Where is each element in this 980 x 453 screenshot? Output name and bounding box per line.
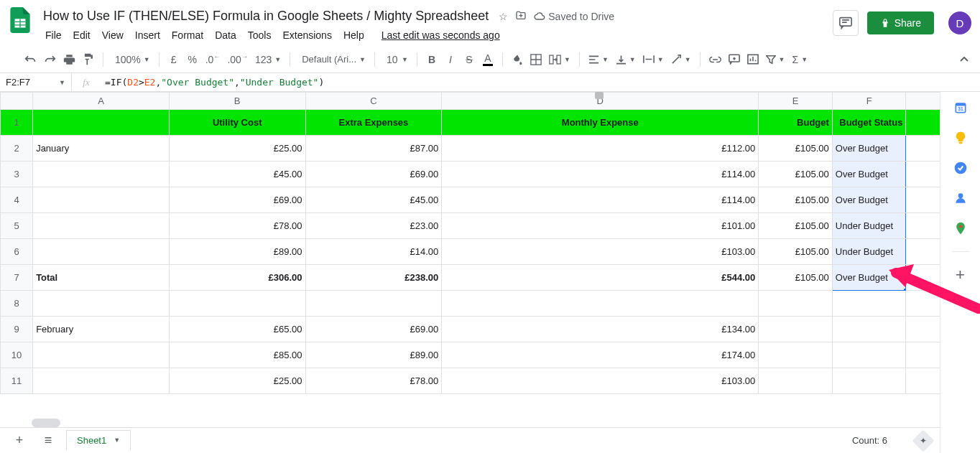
borders-button[interactable]: [527, 50, 545, 69]
row-header[interactable]: 4: [1, 187, 33, 213]
fill-color-button[interactable]: [509, 50, 526, 69]
cell-A9[interactable]: February: [33, 317, 170, 342]
cell-B6[interactable]: £89.00: [169, 239, 305, 265]
cell-E11[interactable]: [759, 368, 833, 394]
cell-E4[interactable]: £105.00: [759, 187, 833, 213]
formula-input[interactable]: =IF(D2>E2, "Over Budget", "Under Budget"…: [101, 73, 980, 91]
cell-B9[interactable]: £65.00: [169, 317, 305, 342]
selection-summary[interactable]: Count: 6▼: [852, 435, 901, 446]
zoom-select[interactable]: 100%▼: [109, 50, 153, 69]
cell-C11[interactable]: £78.00: [305, 368, 442, 394]
cell-C1[interactable]: Extra Expenses: [305, 110, 442, 136]
menu-help[interactable]: Help: [338, 27, 369, 44]
cell-B11[interactable]: £25.00: [169, 368, 305, 394]
italic-button[interactable]: I: [442, 50, 459, 69]
cell-A8[interactable]: [33, 291, 170, 317]
doc-title[interactable]: How to Use IF (THEN/ELSE) Formula in Goo…: [40, 7, 491, 25]
cell-D11[interactable]: £103.00: [442, 368, 759, 394]
keep-icon[interactable]: [953, 131, 968, 145]
cell-B7[interactable]: £306.00: [169, 265, 305, 291]
menu-data[interactable]: Data: [210, 27, 241, 44]
cell-C7[interactable]: £238.00: [305, 265, 442, 291]
add-sheet-button[interactable]: +: [9, 430, 30, 452]
strike-button[interactable]: S: [461, 50, 478, 69]
row-header[interactable]: 11: [1, 368, 33, 394]
menu-edit[interactable]: Edit: [68, 27, 96, 44]
percent-button[interactable]: %: [184, 50, 201, 69]
spreadsheet-grid[interactable]: A B C D E F 1Utility CostExtra ExpensesM…: [0, 92, 980, 431]
cell-B1[interactable]: Utility Cost: [169, 110, 305, 136]
cell-E5[interactable]: £105.00: [759, 213, 833, 239]
row-header[interactable]: 6: [1, 239, 33, 265]
cell-A2[interactable]: January: [33, 136, 170, 162]
cell-A10[interactable]: [33, 342, 170, 368]
menu-file[interactable]: File: [40, 27, 67, 44]
cell-D1[interactable]: Monthly Expense: [442, 110, 759, 136]
account-avatar[interactable]: D: [948, 11, 971, 34]
collapse-toolbar-button[interactable]: [956, 50, 973, 69]
row-header[interactable]: 10: [1, 342, 33, 368]
cell-F3[interactable]: Over Budget: [832, 162, 906, 187]
cell-C9[interactable]: £69.00: [305, 317, 442, 342]
functions-button[interactable]: Σ▼: [789, 50, 810, 69]
fontsize-select[interactable]: 10▼: [381, 50, 411, 69]
cell-A5[interactable]: [33, 213, 170, 239]
row-header[interactable]: 9: [1, 317, 33, 342]
cell-C3[interactable]: £69.00: [305, 162, 442, 187]
cell-D5[interactable]: £101.00: [442, 213, 759, 239]
col-header-F[interactable]: F: [832, 93, 906, 110]
cell-A7[interactable]: Total: [33, 265, 170, 291]
rotate-button[interactable]: ▼: [668, 50, 694, 69]
paint-format-button[interactable]: [80, 50, 97, 69]
cell-E10[interactable]: [759, 342, 833, 368]
sheets-logo[interactable]: [6, 6, 34, 34]
cell-D2[interactable]: £112.00: [442, 136, 759, 162]
horizontal-scrollbar[interactable]: [32, 419, 60, 427]
move-icon[interactable]: [515, 10, 527, 22]
explore-button[interactable]: ✦: [912, 429, 934, 452]
cell-E9[interactable]: [759, 317, 833, 342]
name-box[interactable]: F2:F7▼: [0, 73, 72, 91]
row-header[interactable]: 8: [1, 291, 33, 317]
cell-F9[interactable]: [832, 317, 906, 342]
all-sheets-button[interactable]: ≡: [37, 430, 59, 452]
menu-extensions[interactable]: Extensions: [277, 27, 336, 44]
cell-F1[interactable]: Budget Status: [832, 110, 906, 136]
cell-A4[interactable]: [33, 187, 170, 213]
link-button[interactable]: [706, 50, 724, 69]
star-icon[interactable]: ☆: [499, 11, 508, 22]
wrap-button[interactable]: ▼: [640, 50, 667, 69]
sheet-tab-sheet1[interactable]: Sheet1▼: [66, 430, 131, 450]
cell-C6[interactable]: £14.00: [305, 239, 442, 265]
col-header-A[interactable]: A: [33, 93, 170, 110]
row-header[interactable]: 3: [1, 162, 33, 187]
menu-view[interactable]: View: [97, 27, 129, 44]
col-header-E[interactable]: E: [759, 93, 833, 110]
cell-B3[interactable]: £45.00: [169, 162, 305, 187]
cell-F4[interactable]: Over Budget: [832, 187, 906, 213]
merge-button[interactable]: ▼: [546, 50, 573, 69]
cell-D6[interactable]: £103.00: [442, 239, 759, 265]
cell-A3[interactable]: [33, 162, 170, 187]
increase-decimals-button[interactable]: .00→: [224, 50, 250, 69]
filter-button[interactable]: ▼: [763, 50, 788, 69]
cell-B2[interactable]: £25.00: [169, 136, 305, 162]
cell-C4[interactable]: £45.00: [305, 187, 442, 213]
cell-D3[interactable]: £114.00: [442, 162, 759, 187]
cell-D8[interactable]: [442, 291, 759, 317]
cell-E6[interactable]: £105.00: [759, 239, 833, 265]
cell-E1[interactable]: Budget: [759, 110, 833, 136]
cell-F5[interactable]: Under Budget: [832, 213, 906, 239]
calendar-icon[interactable]: 31: [953, 101, 968, 115]
row-header[interactable]: 5: [1, 213, 33, 239]
menu-insert[interactable]: Insert: [130, 27, 165, 44]
comment-button[interactable]: [726, 50, 743, 69]
number-format-select[interactable]: 123▼: [252, 50, 284, 69]
comments-button[interactable]: [833, 10, 859, 36]
maps-icon[interactable]: [953, 221, 968, 235]
cell-E2[interactable]: £105.00: [759, 136, 833, 162]
col-header-C[interactable]: C: [305, 93, 442, 110]
cell-F8[interactable]: [832, 291, 906, 317]
halign-button[interactable]: ▼: [586, 50, 611, 69]
cell-C10[interactable]: £89.00: [305, 342, 442, 368]
